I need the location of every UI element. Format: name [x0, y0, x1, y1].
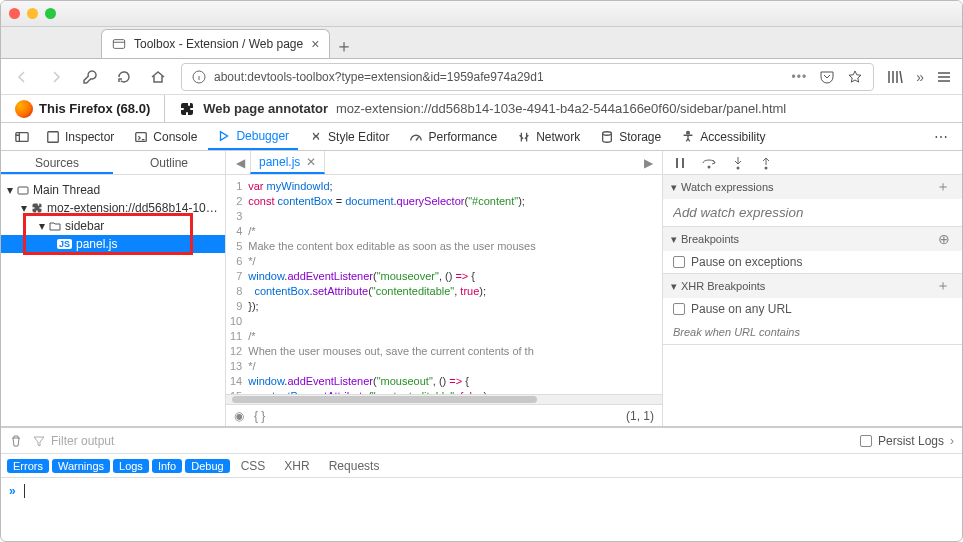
text-cursor [24, 484, 25, 498]
iframe-picker-icon[interactable] [9, 123, 35, 150]
page-actions-icon[interactable]: ••• [792, 70, 808, 84]
add-watch-button[interactable]: ＋ [932, 178, 954, 196]
editor-file-tab[interactable]: panel.js ✕ [250, 151, 325, 174]
file-row[interactable]: JSpanel.js [1, 235, 225, 253]
overflow-chevrons-icon[interactable]: » [916, 69, 924, 85]
console-filter[interactable]: Filter output [33, 434, 850, 448]
chip-errors[interactable]: Errors [7, 459, 49, 473]
new-tab-button[interactable]: ＋ [330, 34, 358, 58]
console-overflow-icon[interactable]: › [950, 434, 954, 448]
tab-performance[interactable]: Performance [400, 123, 506, 150]
pretty-print-icon[interactable]: { } [254, 409, 265, 423]
source-tree: ▾Main Thread ▾moz-extension://dd568b14-1… [1, 175, 225, 259]
window-zoom-icon[interactable] [45, 8, 56, 19]
chevron-down-icon: ▾ [21, 201, 27, 215]
expand-button[interactable]: ⊕ [934, 231, 954, 247]
firefox-context[interactable]: This Firefox (68.0) [1, 100, 164, 118]
pause-button[interactable] [673, 156, 687, 170]
window-titlebar [1, 1, 962, 27]
thread-row[interactable]: ▾Main Thread [1, 181, 225, 199]
browser-tab[interactable]: Toolbox - Extension / Web page × [101, 29, 330, 58]
svg-rect-4 [136, 132, 147, 141]
watch-eye-icon[interactable]: ◉ [234, 409, 244, 423]
xhr-hint: Break when URL contains [673, 326, 800, 338]
bookmark-star-icon[interactable] [847, 69, 863, 85]
svg-point-6 [687, 131, 690, 134]
tab-style-editor[interactable]: Style Editor [300, 123, 398, 150]
chevron-down-icon: ▾ [7, 183, 13, 197]
xhr-header[interactable]: ▾XHR Breakpoints＋ [663, 274, 962, 298]
cursor-position: (1, 1) [626, 409, 654, 423]
tab-close-button[interactable]: × [311, 36, 319, 52]
back-button[interactable] [11, 66, 33, 88]
chip-info[interactable]: Info [152, 459, 182, 473]
extension-puzzle-icon [179, 101, 195, 117]
svg-point-8 [708, 165, 711, 168]
console-prompt[interactable]: » [1, 478, 962, 504]
clear-console-button[interactable] [9, 434, 23, 448]
context-bar: This Firefox (68.0) Web page annotator m… [1, 95, 962, 123]
filter-placeholder: Filter output [51, 434, 114, 448]
extension-name: Web page annotator [203, 101, 328, 116]
code-editor[interactable]: 123456789101112131415161718 var myWindow… [226, 175, 662, 394]
library-icon[interactable] [886, 68, 904, 86]
devtools-overflow-button[interactable]: ⋯ [928, 129, 954, 145]
close-file-button[interactable]: ✕ [306, 155, 316, 169]
chip-debug[interactable]: Debug [185, 459, 229, 473]
collapse-left-icon[interactable]: ◀ [230, 156, 250, 170]
cat-requests[interactable]: Requests [321, 459, 388, 473]
devtools-wrench-icon[interactable] [79, 66, 101, 88]
watch-input[interactable] [673, 205, 952, 220]
toolbar-actions: » [886, 68, 952, 86]
sources-tab[interactable]: Sources [1, 151, 113, 174]
chip-logs[interactable]: Logs [113, 459, 149, 473]
browser-tab-title: Toolbox - Extension / Web page [134, 37, 303, 51]
add-xhr-button[interactable]: ＋ [932, 277, 954, 295]
window-close-icon[interactable] [9, 8, 20, 19]
cat-css[interactable]: CSS [233, 459, 274, 473]
run-controls [663, 151, 962, 175]
breakpoints-header[interactable]: ▾Breakpoints⊕ [663, 227, 962, 251]
chevron-down-icon: ▾ [671, 280, 677, 293]
svg-rect-2 [16, 132, 28, 141]
tab-accessibility[interactable]: Accessibility [672, 123, 774, 150]
horizontal-scrollbar[interactable] [226, 394, 662, 404]
firefox-icon [15, 100, 33, 118]
tab-favicon-icon [112, 37, 126, 51]
pause-any-url-checkbox[interactable] [673, 303, 685, 315]
chevron-down-icon: ▾ [671, 233, 677, 246]
forward-button[interactable] [45, 66, 67, 88]
reader-pocket-icon[interactable] [819, 69, 835, 85]
svg-rect-3 [48, 131, 59, 142]
tab-storage[interactable]: Storage [591, 123, 670, 150]
url-bar[interactable]: about:devtools-toolbox?type=extension&id… [181, 63, 874, 91]
chip-warnings[interactable]: Warnings [52, 459, 110, 473]
outline-tab[interactable]: Outline [113, 151, 225, 174]
svg-rect-7 [18, 187, 28, 194]
svg-point-9 [737, 166, 740, 169]
step-out-button[interactable] [759, 156, 773, 170]
step-over-button[interactable] [701, 156, 717, 170]
svg-rect-0 [113, 40, 124, 49]
cat-xhr[interactable]: XHR [276, 459, 317, 473]
origin-row[interactable]: ▾moz-extension://dd568b14-103e [1, 199, 225, 217]
folder-row[interactable]: ▾sidebar [1, 217, 225, 235]
collapse-right-icon[interactable]: ▶ [638, 156, 658, 170]
svg-point-5 [603, 131, 612, 135]
extension-url: moz-extension://dd568b14-103e-4941-b4a2-… [336, 101, 962, 116]
site-info-icon[interactable] [192, 70, 206, 84]
home-button[interactable] [147, 66, 169, 88]
tab-debugger[interactable]: Debugger [208, 123, 298, 150]
chevron-down-icon: ▾ [39, 219, 45, 233]
reload-button[interactable] [113, 66, 135, 88]
watch-header[interactable]: ▾Watch expressions＋ [663, 175, 962, 199]
hamburger-menu-icon[interactable] [936, 69, 952, 85]
editor-footer: ◉ { } (1, 1) [226, 404, 662, 426]
pause-exceptions-checkbox[interactable] [673, 256, 685, 268]
step-in-button[interactable] [731, 156, 745, 170]
tab-inspector[interactable]: Inspector [37, 123, 123, 150]
tab-console[interactable]: Console [125, 123, 206, 150]
tab-network[interactable]: Network [508, 123, 589, 150]
window-minimize-icon[interactable] [27, 8, 38, 19]
persist-logs-checkbox[interactable] [860, 435, 872, 447]
